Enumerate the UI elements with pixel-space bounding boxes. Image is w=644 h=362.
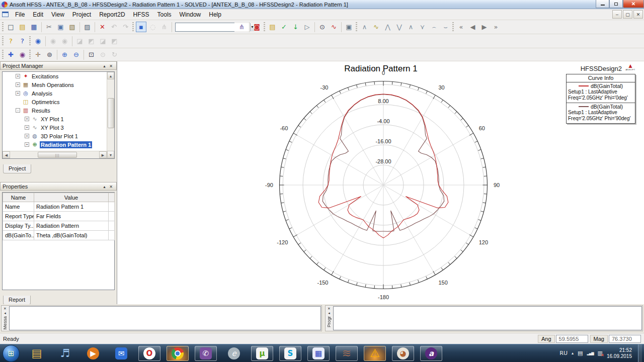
tree-expander-icon[interactable]: + <box>16 74 20 78</box>
show-desktop-button[interactable] <box>638 344 642 362</box>
action-center-icon[interactable]: ▤ <box>578 350 583 356</box>
view-orient-3-button[interactable]: ◪ <box>98 36 108 46</box>
toolbar-grip[interactable] <box>2 50 4 60</box>
close-button[interactable]: ✕ <box>623 0 644 8</box>
hscroll-thumb[interactable]: ||| <box>38 152 77 158</box>
start-button[interactable]: ⊞ <box>3 345 20 362</box>
nav-next-button[interactable]: ▶ <box>479 22 490 32</box>
menu-hfss[interactable]: HFSS <box>129 10 153 20</box>
wave-trace-6-button[interactable]: ⋎ <box>417 22 428 32</box>
taskbar-item-paint-palette[interactable]: ◕ <box>392 346 414 361</box>
insert-3d-component-button[interactable]: ✚ <box>6 49 16 60</box>
undo-button[interactable]: ↶ <box>109 22 119 32</box>
collapse-panel-icon[interactable]: ◂ <box>328 311 330 315</box>
menu-report2d[interactable]: Report2D <box>95 10 129 20</box>
view-orient-2-button[interactable]: ◩ <box>86 36 97 46</box>
analyze-all-button[interactable]: ↓ <box>290 22 301 32</box>
tree-expander-icon[interactable]: - <box>16 108 20 113</box>
tree-expander-icon[interactable]: + <box>25 142 29 147</box>
scroll-up-icon[interactable]: ▲ <box>107 72 114 79</box>
copy-button[interactable]: ▣ <box>55 22 66 32</box>
pin-panel-icon[interactable]: ▴ <box>101 184 108 190</box>
signal-icon[interactable]: ▂▄▆ <box>587 351 593 355</box>
wave-trace-2-button[interactable]: ∿ <box>371 22 381 32</box>
minimize-button[interactable] <box>596 0 609 8</box>
redo-button[interactable]: ↷ <box>120 22 131 32</box>
close-panel-icon[interactable]: ✕ <box>328 306 331 311</box>
tree-item-excitations[interactable]: +✦Excitations <box>3 72 114 80</box>
taskbar-item-explorer[interactable]: ▤ <box>26 346 48 361</box>
paste-button[interactable]: ▧ <box>67 22 77 32</box>
toolbar-grip[interactable] <box>264 22 265 32</box>
keyboard-layout[interactable]: RU <box>559 350 568 356</box>
mdi-restore-button[interactable]: ▢ <box>623 10 632 19</box>
menu-view[interactable]: View <box>47 10 68 20</box>
tree-expander-icon[interactable]: + <box>25 125 29 130</box>
tab-report[interactable]: Report <box>3 296 31 305</box>
nav-prev-button[interactable]: ◀ <box>467 22 478 32</box>
show-all-button[interactable]: ◉ <box>33 36 43 46</box>
property-row[interactable]: NameRadiation Pattern 1 <box>3 202 115 212</box>
delete-button[interactable]: ✕ <box>97 22 108 32</box>
menu-edit[interactable]: Edit <box>29 10 47 20</box>
tree-expander-icon[interactable]: + <box>25 134 29 138</box>
scroll-left-icon[interactable]: ◀ <box>3 151 10 158</box>
zoom-100-button[interactable]: ⊚ <box>44 49 55 60</box>
taskbar-item-chrome[interactable] <box>167 346 189 361</box>
close-panel-icon[interactable]: ✕ <box>108 184 114 190</box>
close-panel-icon[interactable]: ✕ <box>108 63 114 69</box>
model-tree-button[interactable]: ⋔ <box>236 22 247 32</box>
taskbar-item-media-player[interactable]: ▶ <box>82 346 104 361</box>
save-button[interactable]: ▦ <box>29 22 39 32</box>
wave-trace-5-button[interactable]: ∧ <box>406 22 416 32</box>
results-plot-button[interactable]: ∿ <box>329 22 339 32</box>
wave-trace-3-button[interactable]: ⋀ <box>382 22 393 32</box>
collapse-panel-icon[interactable]: ◂ <box>4 311 6 315</box>
taskbar-item-volume-mixer[interactable]: ♬ <box>54 346 76 361</box>
taskbar-item-mail[interactable]: ✉ <box>110 346 132 361</box>
taskbar-item-internet-explorer[interactable]: e <box>223 346 245 361</box>
polar-chart[interactable]: 0306090120150-180-150-120-90-60-308.00-4… <box>117 61 644 304</box>
tree-item-optimetrics[interactable]: ◫Optimetrics <box>3 98 114 106</box>
context-help-button[interactable]: ? <box>17 36 28 46</box>
wave-trace-4-button[interactable]: ⋁ <box>394 22 405 32</box>
validation-check-button[interactable]: ▤ <box>267 22 278 32</box>
property-row[interactable]: dB(GainTo...Theta ,dB(GainTotal) <box>3 231 115 240</box>
zoom-in-button[interactable]: ⊕ <box>59 49 70 60</box>
wave-trace-7-button[interactable]: ⌢ <box>429 22 439 32</box>
print-button[interactable]: ▨ <box>82 22 93 32</box>
clock[interactable]: 21:52 16.09.2015 <box>607 347 634 359</box>
3d-model-button[interactable]: ◉ <box>17 49 28 60</box>
validate-button[interactable]: ✓ <box>279 22 289 32</box>
view-orient-4-button[interactable]: ◩ <box>109 36 120 46</box>
wave-trace-1-button[interactable]: ∧ <box>359 22 370 32</box>
tray-expand-icon[interactable]: ▴ <box>572 351 574 355</box>
help-topics-button[interactable]: ? <box>6 36 16 46</box>
toolbar-grip[interactable] <box>2 22 4 32</box>
tree-item-mesh-operations[interactable]: +▦Mesh Operations <box>3 80 114 89</box>
new-project-button[interactable]: □ <box>6 22 16 32</box>
close-panel-icon[interactable]: ✕ <box>4 306 7 311</box>
cut-button[interactable]: ✂ <box>44 22 54 32</box>
view-orient-1-button[interactable]: ◪ <box>74 36 85 46</box>
mdi-minimize-button[interactable]: – <box>612 10 622 19</box>
toolbar-grip[interactable] <box>29 36 31 46</box>
open-project-button[interactable]: ▤ <box>17 22 28 32</box>
message-list[interactable] <box>9 306 321 330</box>
edit-notes-button[interactable]: ▷ <box>302 22 312 32</box>
tree-item-3d-polar-plot-1[interactable]: +◍3D Polar Plot 1 <box>3 132 114 140</box>
taskbar-item-save-tool[interactable]: ▦ <box>307 346 330 361</box>
tree-item-xy-plot-1[interactable]: +∿XY Plot 1 <box>3 115 114 123</box>
property-row[interactable]: Report TypeFar Fields <box>3 212 115 221</box>
menu-project[interactable]: Project <box>68 10 95 20</box>
menu-window[interactable]: Window <box>176 10 205 20</box>
project-tree-vscrollbar[interactable]: ▲ ▼ <box>107 72 114 158</box>
taskbar-item-warning-tool[interactable]: ⚠ <box>364 346 386 361</box>
zoom-out-button[interactable]: ⊖ <box>71 49 82 60</box>
taskbar-item-opera[interactable]: O <box>138 346 160 361</box>
restore-button[interactable] <box>609 0 623 8</box>
hide-selection-button[interactable]: ◉ <box>48 36 58 46</box>
menu-tools[interactable]: Tools <box>153 10 176 20</box>
menu-help[interactable]: Help <box>205 10 225 20</box>
mdi-document-icon[interactable] <box>2 12 9 17</box>
